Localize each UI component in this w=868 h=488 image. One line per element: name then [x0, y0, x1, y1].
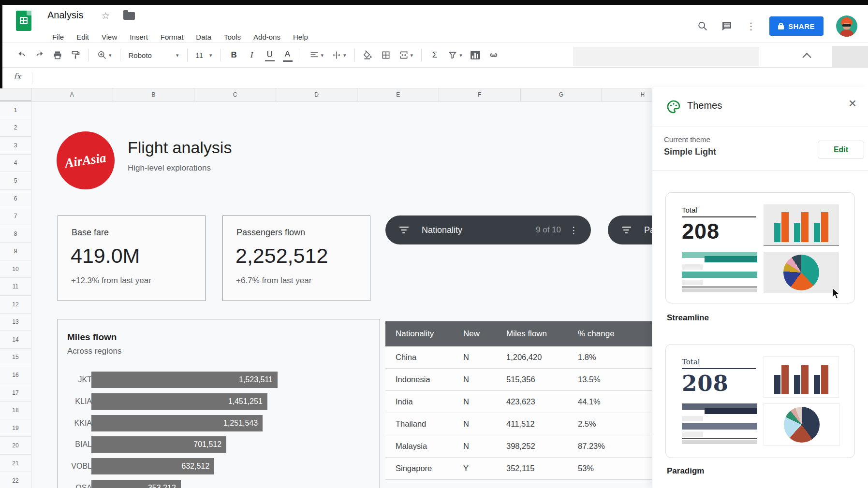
row-header-22[interactable]: 22 — [0, 472, 31, 488]
font-family-select[interactable]: Roboto▾ — [129, 51, 179, 59]
comment-icon[interactable] — [721, 20, 733, 32]
metric-card-passengers: Passengers flown 2,252,512 +6.7% from la… — [222, 215, 370, 301]
row-header-9[interactable]: 9 — [0, 243, 31, 260]
row-header-4[interactable]: 4 — [0, 155, 31, 172]
table-cell: 398,252 — [506, 435, 535, 457]
sheets-logo-icon[interactable] — [16, 11, 31, 31]
filter-button[interactable]: ▾ — [448, 49, 462, 61]
insert-chart-button[interactable] — [471, 49, 480, 61]
edit-theme-button[interactable]: Edit — [818, 141, 864, 159]
formula-bar[interactable] — [2, 68, 868, 88]
row-header-12[interactable]: 12 — [0, 296, 31, 314]
column-header-D[interactable]: D — [276, 88, 358, 101]
share-button[interactable]: SHARE — [769, 16, 824, 36]
menu-edit[interactable]: Edit — [70, 31, 95, 43]
bar-row-kkia: KKIA1,251,543 — [58, 415, 377, 431]
menu-view[interactable]: View — [95, 31, 123, 43]
more-options-icon[interactable]: ⋮ — [745, 20, 757, 32]
table-row[interactable]: SingaporeY352,11553% — [385, 458, 656, 480]
column-header-B[interactable]: B — [113, 88, 195, 101]
bar-category-label: BIAL — [62, 436, 92, 453]
row-header-2[interactable]: 2 — [0, 119, 31, 137]
palette-icon — [666, 99, 681, 116]
table-row[interactable]: ChinaN1,206,4201.8% — [385, 346, 656, 369]
row-header-20[interactable]: 20 — [0, 437, 31, 455]
row-header-7[interactable]: 7 — [0, 207, 31, 225]
current-theme-label: Current theme — [664, 135, 710, 144]
theme-minibar-chart — [764, 204, 839, 246]
row-header-13[interactable]: 13 — [0, 314, 31, 331]
table-cell: Thailand — [396, 413, 426, 435]
avatar[interactable] — [836, 15, 857, 37]
menu-data[interactable]: Data — [190, 31, 218, 43]
row-header-3[interactable]: 3 — [0, 137, 31, 155]
zoom-tool-button[interactable]: ▾ — [97, 49, 112, 61]
star-icon[interactable]: ☆ — [102, 10, 110, 21]
table-row[interactable]: MalaysiaN398,25287.23% — [385, 435, 656, 458]
table-row[interactable]: ThailandN411,5122.5% — [385, 413, 656, 435]
airasia-logo: AirAsia — [57, 131, 115, 189]
menu-format[interactable]: Format — [154, 31, 190, 43]
row-header-15[interactable]: 15 — [0, 349, 31, 367]
row-header-11[interactable]: 11 — [0, 278, 31, 296]
vertical-align-button[interactable]: ▾ — [332, 49, 346, 61]
insert-link-button[interactable] — [488, 49, 499, 61]
theme-card-paradigm[interactable]: Total208 — [665, 344, 855, 458]
row-header-8[interactable]: 8 — [0, 225, 31, 243]
row-header-17[interactable]: 17 — [0, 384, 31, 402]
row-header-5[interactable]: 5 — [0, 172, 31, 190]
move-folder-icon[interactable] — [123, 12, 135, 20]
table-row[interactable]: IndiaN423,62344.1% — [385, 391, 656, 413]
menu-help[interactable]: Help — [287, 31, 314, 43]
column-header-C[interactable]: C — [194, 88, 276, 101]
redo-button[interactable] — [35, 49, 44, 61]
undo-button[interactable] — [17, 49, 27, 61]
row-header-18[interactable]: 18 — [0, 402, 31, 419]
theme-hbars-chart — [682, 252, 757, 292]
theme-minibar-chart — [764, 356, 839, 398]
theme-minibar-bar — [781, 212, 789, 242]
row-header-19[interactable]: 19 — [0, 419, 31, 437]
document-title[interactable]: Analysis — [47, 10, 83, 21]
bar-row-klia: KLIA1,451,251 — [58, 393, 377, 410]
filter-chip-nationality[interactable]: Nationality 9 of 10 ⋮ — [385, 215, 591, 244]
paint-format-button[interactable] — [71, 49, 80, 61]
column-header-G[interactable]: G — [521, 88, 603, 101]
fill-color-button[interactable] — [363, 49, 373, 61]
row-header-21[interactable]: 21 — [0, 455, 31, 473]
bold-button[interactable]: B — [229, 49, 239, 61]
menu-file[interactable]: File — [46, 31, 70, 43]
hbar-gap — [682, 416, 703, 421]
menu-add-ons[interactable]: Add-ons — [247, 31, 287, 43]
menu-tools[interactable]: Tools — [218, 31, 247, 43]
column-header-F[interactable]: F — [439, 88, 521, 101]
font-size-select[interactable]: 11▾ — [196, 51, 212, 59]
table-cell: N — [463, 369, 469, 390]
menu-insert[interactable]: Insert — [123, 31, 154, 43]
functions-button[interactable]: Σ — [430, 49, 440, 61]
row-header-16[interactable]: 16 — [0, 366, 31, 384]
filter-chip-menu-icon[interactable]: ⋮ — [569, 225, 578, 236]
text-color-button[interactable]: A — [283, 48, 293, 62]
borders-button[interactable] — [381, 49, 391, 61]
close-icon[interactable]: × — [849, 97, 856, 110]
chart-subtitle: Across regions — [67, 346, 121, 356]
horizontal-align-button[interactable]: ▾ — [309, 49, 324, 61]
underline-button[interactable]: U — [265, 49, 275, 61]
row-header-6[interactable]: 6 — [0, 190, 31, 208]
search-icon[interactable] — [697, 20, 708, 32]
italic-button[interactable]: I — [247, 49, 257, 61]
row-header-10[interactable]: 10 — [0, 260, 31, 278]
theme-minibar-bar — [794, 375, 800, 394]
select-all-corner[interactable] — [0, 88, 31, 101]
row-header-1[interactable]: 1 — [0, 101, 31, 119]
theme-card-streamline[interactable]: Total208 — [665, 192, 855, 303]
column-header-E[interactable]: E — [357, 88, 439, 101]
merge-cells-button[interactable]: ▾ — [399, 49, 413, 61]
column-header-A[interactable]: A — [31, 88, 113, 101]
filter-chip-label: Nationality — [422, 225, 462, 235]
print-button[interactable] — [53, 49, 62, 61]
table-row[interactable]: IndonesiaN515,35613.5% — [385, 369, 656, 391]
hbar — [705, 408, 757, 414]
row-header-14[interactable]: 14 — [0, 331, 31, 349]
